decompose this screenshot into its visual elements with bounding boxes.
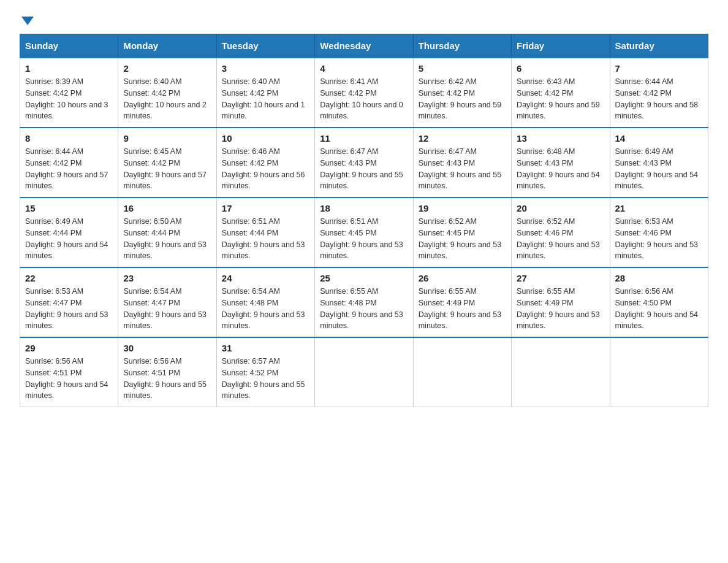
calendar-cell: 2 Sunrise: 6:40 AMSunset: 4:42 PMDayligh… (118, 58, 216, 128)
weekday-header-row: SundayMondayTuesdayWednesdayThursdayFrid… (20, 34, 708, 58)
calendar-cell: 18 Sunrise: 6:51 AMSunset: 4:45 PMDaylig… (315, 197, 413, 267)
calendar-cell: 24 Sunrise: 6:54 AMSunset: 4:48 PMDaylig… (216, 267, 314, 337)
day-info: Sunrise: 6:39 AMSunset: 4:42 PMDaylight:… (25, 77, 108, 120)
day-info: Sunrise: 6:53 AMSunset: 4:46 PMDaylight:… (615, 217, 699, 260)
day-number: 3 (222, 63, 309, 74)
day-info: Sunrise: 6:43 AMSunset: 4:42 PMDaylight:… (517, 77, 600, 120)
day-info: Sunrise: 6:56 AMSunset: 4:51 PMDaylight:… (123, 357, 207, 400)
calendar-cell: 15 Sunrise: 6:49 AMSunset: 4:44 PMDaylig… (20, 197, 118, 267)
calendar-cell: 30 Sunrise: 6:56 AMSunset: 4:51 PMDaylig… (118, 337, 216, 407)
day-number: 16 (123, 203, 211, 213)
day-number: 9 (123, 133, 211, 144)
day-info: Sunrise: 6:49 AMSunset: 4:44 PMDaylight:… (25, 217, 108, 260)
calendar-week-row: 15 Sunrise: 6:49 AMSunset: 4:44 PMDaylig… (20, 197, 708, 267)
day-number: 23 (123, 273, 211, 283)
day-number: 4 (320, 63, 408, 74)
day-info: Sunrise: 6:52 AMSunset: 4:45 PMDaylight:… (419, 217, 502, 260)
calendar-cell (413, 337, 511, 407)
day-info: Sunrise: 6:50 AMSunset: 4:44 PMDaylight:… (123, 217, 207, 260)
day-info: Sunrise: 6:40 AMSunset: 4:42 PMDaylight:… (123, 77, 207, 120)
day-number: 29 (25, 343, 113, 353)
day-info: Sunrise: 6:40 AMSunset: 4:42 PMDaylight:… (222, 77, 305, 120)
day-number: 30 (123, 343, 211, 353)
weekday-header-saturday: Saturday (610, 34, 708, 58)
calendar-cell: 21 Sunrise: 6:53 AMSunset: 4:46 PMDaylig… (610, 197, 708, 267)
calendar-cell: 16 Sunrise: 6:50 AMSunset: 4:44 PMDaylig… (118, 197, 216, 267)
calendar-cell: 28 Sunrise: 6:56 AMSunset: 4:50 PMDaylig… (610, 267, 708, 337)
calendar-cell: 3 Sunrise: 6:40 AMSunset: 4:42 PMDayligh… (216, 58, 314, 128)
day-info: Sunrise: 6:45 AMSunset: 4:42 PMDaylight:… (123, 147, 207, 190)
calendar-cell (610, 337, 708, 407)
calendar-cell: 23 Sunrise: 6:54 AMSunset: 4:47 PMDaylig… (118, 267, 216, 337)
calendar-cell: 8 Sunrise: 6:44 AMSunset: 4:42 PMDayligh… (20, 128, 118, 197)
calendar-cell: 19 Sunrise: 6:52 AMSunset: 4:45 PMDaylig… (413, 197, 511, 267)
day-info: Sunrise: 6:47 AMSunset: 4:43 PMDaylight:… (419, 147, 502, 190)
day-info: Sunrise: 6:55 AMSunset: 4:49 PMDaylight:… (419, 287, 502, 330)
calendar-cell: 1 Sunrise: 6:39 AMSunset: 4:42 PMDayligh… (20, 58, 118, 128)
day-info: Sunrise: 6:51 AMSunset: 4:45 PMDaylight:… (320, 217, 403, 260)
weekday-header-sunday: Sunday (20, 34, 118, 58)
day-info: Sunrise: 6:52 AMSunset: 4:46 PMDaylight:… (517, 217, 600, 260)
day-number: 22 (25, 273, 113, 283)
day-number: 13 (517, 133, 604, 144)
day-number: 25 (320, 273, 408, 283)
day-number: 8 (25, 133, 113, 144)
day-number: 20 (517, 203, 604, 213)
calendar-cell: 13 Sunrise: 6:48 AMSunset: 4:43 PMDaylig… (512, 128, 610, 197)
day-number: 12 (419, 133, 506, 144)
day-number: 21 (615, 203, 703, 213)
logo-arrow-icon (21, 17, 34, 25)
weekday-header-wednesday: Wednesday (315, 34, 413, 58)
calendar-cell (512, 337, 610, 407)
day-info: Sunrise: 6:56 AMSunset: 4:50 PMDaylight:… (615, 287, 699, 330)
day-number: 17 (222, 203, 309, 213)
calendar-cell: 22 Sunrise: 6:53 AMSunset: 4:47 PMDaylig… (20, 267, 118, 337)
day-number: 27 (517, 273, 604, 283)
calendar-table: SundayMondayTuesdayWednesdayThursdayFrid… (20, 34, 708, 407)
day-number: 14 (615, 133, 703, 144)
day-number: 5 (419, 63, 506, 74)
calendar-cell: 12 Sunrise: 6:47 AMSunset: 4:43 PMDaylig… (413, 128, 511, 197)
day-number: 7 (615, 63, 703, 74)
calendar-cell: 20 Sunrise: 6:52 AMSunset: 4:46 PMDaylig… (512, 197, 610, 267)
day-info: Sunrise: 6:44 AMSunset: 4:42 PMDaylight:… (615, 77, 699, 120)
day-number: 6 (517, 63, 604, 74)
day-number: 1 (25, 63, 113, 74)
day-info: Sunrise: 6:42 AMSunset: 4:42 PMDaylight:… (419, 77, 502, 120)
day-number: 10 (222, 133, 309, 144)
calendar-cell: 25 Sunrise: 6:55 AMSunset: 4:48 PMDaylig… (315, 267, 413, 337)
day-info: Sunrise: 6:54 AMSunset: 4:47 PMDaylight:… (123, 287, 207, 330)
day-number: 11 (320, 133, 408, 144)
calendar-cell: 4 Sunrise: 6:41 AMSunset: 4:42 PMDayligh… (315, 58, 413, 128)
calendar-cell: 31 Sunrise: 6:57 AMSunset: 4:52 PMDaylig… (216, 337, 314, 407)
day-info: Sunrise: 6:56 AMSunset: 4:51 PMDaylight:… (25, 357, 108, 400)
weekday-header-monday: Monday (118, 34, 216, 58)
calendar-cell: 10 Sunrise: 6:46 AMSunset: 4:42 PMDaylig… (216, 128, 314, 197)
day-info: Sunrise: 6:49 AMSunset: 4:43 PMDaylight:… (615, 147, 699, 190)
weekday-header-friday: Friday (512, 34, 610, 58)
calendar-cell (315, 337, 413, 407)
day-info: Sunrise: 6:51 AMSunset: 4:44 PMDaylight:… (222, 217, 305, 260)
calendar-cell: 17 Sunrise: 6:51 AMSunset: 4:44 PMDaylig… (216, 197, 314, 267)
calendar-cell: 14 Sunrise: 6:49 AMSunset: 4:43 PMDaylig… (610, 128, 708, 197)
day-number: 2 (123, 63, 211, 74)
calendar-cell: 29 Sunrise: 6:56 AMSunset: 4:51 PMDaylig… (20, 337, 118, 407)
day-number: 26 (419, 273, 506, 283)
calendar-cell: 26 Sunrise: 6:55 AMSunset: 4:49 PMDaylig… (413, 267, 511, 337)
day-info: Sunrise: 6:53 AMSunset: 4:47 PMDaylight:… (25, 287, 108, 330)
calendar-cell: 9 Sunrise: 6:45 AMSunset: 4:42 PMDayligh… (118, 128, 216, 197)
day-number: 19 (419, 203, 506, 213)
calendar-week-row: 29 Sunrise: 6:56 AMSunset: 4:51 PMDaylig… (20, 337, 708, 407)
day-number: 28 (615, 273, 703, 283)
day-number: 18 (320, 203, 408, 213)
day-number: 31 (222, 343, 309, 353)
calendar-cell: 5 Sunrise: 6:42 AMSunset: 4:42 PMDayligh… (413, 58, 511, 128)
day-info: Sunrise: 6:46 AMSunset: 4:42 PMDaylight:… (222, 147, 305, 190)
day-info: Sunrise: 6:47 AMSunset: 4:43 PMDaylight:… (320, 147, 403, 190)
day-number: 15 (25, 203, 113, 213)
day-info: Sunrise: 6:54 AMSunset: 4:48 PMDaylight:… (222, 287, 305, 330)
day-info: Sunrise: 6:57 AMSunset: 4:52 PMDaylight:… (222, 357, 305, 400)
calendar-cell: 27 Sunrise: 6:55 AMSunset: 4:49 PMDaylig… (512, 267, 610, 337)
day-info: Sunrise: 6:48 AMSunset: 4:43 PMDaylight:… (517, 147, 600, 190)
weekday-header-tuesday: Tuesday (216, 34, 314, 58)
